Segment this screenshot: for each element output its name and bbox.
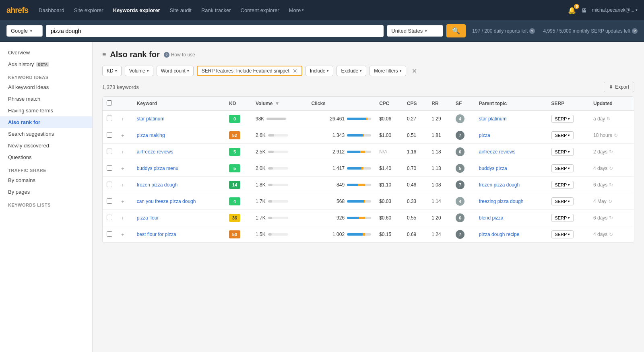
keyword-link[interactable]: buddys pizza menu <box>137 166 178 171</box>
serp-features-close[interactable]: ✕ <box>293 68 297 74</box>
row-add-icon[interactable]: + <box>121 116 124 122</box>
refresh-icon[interactable]: ↻ <box>609 232 613 237</box>
row-add-icon[interactable]: + <box>121 215 124 221</box>
nav-more[interactable]: More ▾ <box>285 5 308 16</box>
row-checkbox[interactable] <box>107 149 112 154</box>
search-button[interactable]: 🔍 <box>446 24 466 37</box>
select-all-checkbox[interactable] <box>107 100 112 106</box>
nav-rank-tracker[interactable]: Rank tracker <box>197 5 235 16</box>
keyword-link[interactable]: best flour for pizza <box>137 232 176 237</box>
serp-button[interactable]: SERP ▾ <box>551 164 574 172</box>
row-keyword-cell: frozen pizza dough <box>133 177 225 193</box>
more-filters[interactable]: More filters ▾ <box>369 66 406 76</box>
how-to-use-link[interactable]: ? How to use <box>164 52 195 58</box>
row-cps-cell: 0.69 <box>403 226 427 243</box>
row-add-icon[interactable]: + <box>121 149 124 155</box>
parent-topic-link[interactable]: pizza dough recipe <box>479 232 520 237</box>
keyword-link[interactable]: pizza flour <box>137 215 159 221</box>
serp-button[interactable]: SERP ▾ <box>551 115 574 123</box>
sidebar-item-overview[interactable]: Overview <box>0 47 92 58</box>
parent-topic-link[interactable]: star platinum <box>479 116 507 122</box>
table-row: + pizza making 52 2.6K 1,343 <box>103 127 634 144</box>
row-clicks-cell: 1,417 <box>307 160 375 177</box>
monthly-serp-info[interactable]: ? <box>632 28 638 34</box>
country-select[interactable]: United States ▾ <box>387 25 443 37</box>
sidebar-item-search-suggestions[interactable]: Search suggestions <box>0 128 92 140</box>
hamburger-icon[interactable]: ≡ <box>102 51 106 58</box>
parent-topic-link[interactable]: freezing pizza dough <box>479 199 524 204</box>
export-button[interactable]: ⬇ Export <box>604 82 634 92</box>
row-checkbox[interactable] <box>107 116 112 121</box>
notification-bell[interactable]: 🔔 8 <box>568 6 576 14</box>
row-serp-cell: SERP ▾ <box>547 193 589 210</box>
refresh-icon[interactable]: ↻ <box>614 133 618 138</box>
keyword-input[interactable] <box>46 25 384 37</box>
row-checkbox[interactable] <box>107 165 112 171</box>
sidebar-item-by-domains[interactable]: By domains <box>0 174 92 186</box>
sidebar-item-all-keyword-ideas[interactable]: All keyword ideas <box>0 81 92 93</box>
parent-topic-link[interactable]: frozen pizza dough <box>479 182 520 188</box>
refresh-icon[interactable]: ↻ <box>609 182 613 188</box>
serp-button[interactable]: SERP ▾ <box>551 181 574 189</box>
keyword-link[interactable]: airfreeze reviews <box>137 149 173 155</box>
user-menu[interactable]: michal.pecanek@... ▾ <box>592 7 638 13</box>
include-filter[interactable]: Include ▾ <box>305 66 334 76</box>
row-cpc-cell: $0.15 <box>375 226 403 243</box>
row-checkbox[interactable] <box>107 198 112 204</box>
sidebar-item-phrase-match[interactable]: Phrase match <box>0 93 92 105</box>
row-kd-cell: 5 <box>225 160 252 177</box>
clear-filters[interactable]: ✕ <box>409 66 419 76</box>
serp-button[interactable]: SERP ▾ <box>551 131 574 139</box>
row-add-icon[interactable]: + <box>121 182 124 188</box>
row-add-icon[interactable]: + <box>121 199 124 205</box>
serp-button[interactable]: SERP ▾ <box>551 230 574 238</box>
row-checkbox[interactable] <box>107 182 112 187</box>
col-volume[interactable]: Volume ▼ <box>252 97 307 111</box>
serp-button[interactable]: SERP ▾ <box>551 214 574 222</box>
parent-topic-link[interactable]: airfreeze reviews <box>479 149 516 155</box>
sidebar-item-ads-history[interactable]: Ads history BETA <box>0 58 92 70</box>
refresh-icon[interactable]: ↻ <box>609 166 613 171</box>
volume-filter[interactable]: Volume ▾ <box>125 66 153 76</box>
row-rr-cell: 1.13 <box>427 160 452 177</box>
exclude-filter[interactable]: Exclude ▾ <box>336 66 366 76</box>
kd-filter[interactable]: KD ▾ <box>102 66 122 76</box>
keyword-link[interactable]: star platinum <box>137 116 165 122</box>
word-count-filter[interactable]: Word count ▾ <box>157 66 194 76</box>
row-serp-cell: SERP ▾ <box>547 177 589 193</box>
parent-topic-link[interactable]: blend pizza <box>479 215 504 221</box>
nav-content-explorer[interactable]: Content explorer <box>237 5 283 16</box>
sidebar-item-newly-discovered[interactable]: Newly discovered <box>0 140 92 151</box>
sidebar-item-having-same-terms[interactable]: Having same terms <box>0 105 92 116</box>
row-add-icon[interactable]: + <box>121 166 124 172</box>
refresh-icon[interactable]: ↻ <box>607 116 611 122</box>
keyword-link[interactable]: can you freeze pizza dough <box>137 199 196 204</box>
nav-dashboard[interactable]: Dashboard <box>35 5 68 16</box>
parent-topic-link[interactable]: pizza <box>479 133 490 138</box>
sidebar-item-questions[interactable]: Questions <box>0 151 92 163</box>
refresh-icon[interactable]: ↻ <box>609 215 613 221</box>
parent-topic-link[interactable]: buddys pizza <box>479 166 507 171</box>
row-parent-topic-cell: star platinum <box>475 111 547 127</box>
row-serp-cell: SERP ▾ <box>547 160 589 177</box>
nav-site-audit[interactable]: Site audit <box>166 5 196 16</box>
sidebar-item-also-rank-for[interactable]: Also rank for <box>0 116 92 128</box>
keyword-link[interactable]: pizza making <box>137 133 165 138</box>
row-add-icon[interactable]: + <box>121 232 124 238</box>
refresh-icon[interactable]: ↻ <box>608 199 612 204</box>
sidebar-item-by-pages[interactable]: By pages <box>0 186 92 198</box>
nav-site-explorer[interactable]: Site explorer <box>70 5 107 16</box>
daily-reports-info[interactable]: ? <box>529 28 535 34</box>
nav-keywords-explorer[interactable]: Keywords explorer <box>109 5 164 16</box>
keyword-link[interactable]: frozen pizza dough <box>137 182 178 188</box>
row-add-icon[interactable]: + <box>121 133 124 139</box>
row-checkbox[interactable] <box>107 231 112 237</box>
row-checkbox[interactable] <box>107 132 112 138</box>
engine-select[interactable]: Google ▾ <box>6 25 43 37</box>
serp-button[interactable]: SERP ▾ <box>551 148 574 156</box>
row-checkbox[interactable] <box>107 215 112 220</box>
serp-button[interactable]: SERP ▾ <box>551 197 574 205</box>
keywords-table: Keyword KD Volume ▼ Clicks CPC CPS RR SF… <box>102 96 634 243</box>
refresh-icon[interactable]: ↻ <box>609 149 613 155</box>
clicks-bar <box>347 118 371 120</box>
